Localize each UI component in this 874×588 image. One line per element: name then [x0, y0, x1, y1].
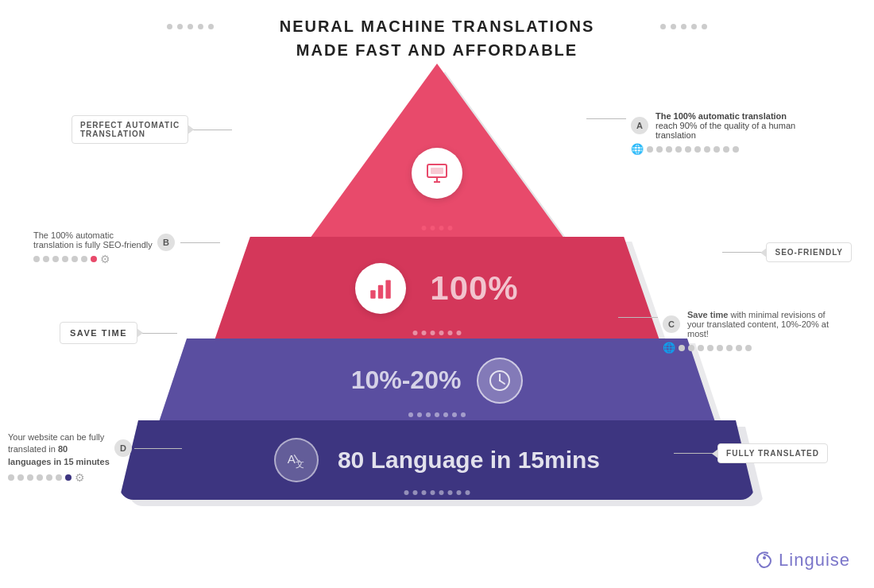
- dot: [72, 256, 78, 262]
- linguise-icon: [752, 547, 774, 574]
- dot: [707, 345, 714, 351]
- dot: [733, 146, 739, 153]
- title-dots-left: [167, 24, 214, 29]
- monitor-icon: [412, 148, 462, 199]
- gear-icon-b: ⚙: [100, 253, 110, 265]
- connector-seo: [722, 252, 766, 253]
- trap-mid-content: 100%: [215, 237, 659, 340]
- ann-dots-b: ⚙: [33, 253, 153, 265]
- tier2-percentage: 100%: [430, 269, 518, 308]
- connector-line: [188, 130, 232, 130]
- dot: [62, 256, 68, 262]
- badge-d: D: [114, 439, 132, 457]
- translate-icon: A 文: [274, 438, 319, 482]
- callout-seo-friendly: SEO-FRIENDLY: [722, 242, 852, 262]
- connector-savetime: [137, 333, 177, 334]
- dot: [91, 256, 97, 262]
- save-time-label: SAVE TIME: [70, 328, 127, 338]
- dot: [660, 24, 666, 29]
- dot: [422, 226, 427, 230]
- title-area: NEURAL MACHINE TRANSLATIONS MADE FAST AN…: [0, 0, 874, 62]
- svg-rect-5: [378, 285, 383, 299]
- dot: [43, 256, 49, 262]
- title-dots-right: [660, 24, 707, 29]
- dot: [666, 146, 672, 153]
- dot: [177, 24, 183, 29]
- dot: [698, 345, 704, 351]
- dot: [688, 345, 694, 351]
- annotation-b-text: The 100% automatic translation is fully …: [33, 230, 153, 250]
- linguise-logo-text: Linguise: [779, 550, 850, 571]
- dot: [8, 474, 14, 481]
- svg-rect-4: [371, 290, 376, 299]
- tier3-percentage: 10%-20%: [351, 366, 462, 395]
- dot: [647, 146, 653, 153]
- dot: [704, 146, 710, 153]
- ann-dots-c: 🌐: [663, 342, 830, 354]
- tier4-text: 80 Language in 15mins: [338, 447, 600, 474]
- annotation-c-title: Save time: [687, 310, 728, 319]
- dot: [431, 226, 435, 230]
- connector-c: [618, 317, 658, 318]
- ann-dots-d: ⚙: [8, 471, 111, 484]
- dot: [27, 474, 33, 481]
- callout-d: Your website can be fully translated in …: [8, 431, 182, 484]
- dot: [656, 146, 663, 153]
- dot: [736, 345, 742, 351]
- dot: [439, 226, 444, 230]
- callout-c: C Save time with minimal revisions of yo…: [618, 310, 830, 354]
- dot: [691, 24, 697, 29]
- pyramid-tier2: 100%: [215, 237, 659, 340]
- callout-a: A The 100% automatic translation reach 9…: [586, 111, 814, 155]
- tier1-dots: [422, 226, 453, 230]
- perfect-translation-label: PERFECT AUTOMATIC TRANSLATION: [72, 115, 188, 144]
- dot: [726, 345, 733, 351]
- fully-translated-label: FULLY TRANSLATED: [717, 443, 828, 463]
- dot: [679, 345, 685, 351]
- connector-line-a: [586, 118, 626, 119]
- dot: [167, 24, 172, 29]
- callout-fully-translated: FULLY TRANSLATED: [674, 443, 828, 463]
- ann-dots-a: 🌐: [631, 143, 814, 155]
- clock-icon: [477, 358, 523, 404]
- title-line2: MADE FAST AND AFFORDABLE: [0, 38, 874, 62]
- badge-a: A: [631, 117, 648, 134]
- callout-perfect: PERFECT AUTOMATIC TRANSLATION: [72, 115, 232, 144]
- connector-d: [134, 448, 182, 449]
- dot: [188, 24, 193, 29]
- dot: [694, 146, 701, 153]
- connector-line-b: [180, 242, 220, 243]
- dot: [52, 256, 59, 262]
- chart-icon: [355, 263, 406, 314]
- dot: [65, 474, 72, 481]
- svg-rect-6: [386, 280, 391, 298]
- globe-icon-c: 🌐: [663, 342, 675, 354]
- globe-icon-a: 🌐: [631, 143, 644, 155]
- callout-save-time: SAVE TIME: [60, 322, 177, 344]
- dot: [56, 474, 62, 481]
- svg-point-13: [763, 556, 766, 559]
- badge-c: C: [663, 315, 680, 333]
- pyramid-tier1: [310, 64, 564, 238]
- dot: [717, 345, 723, 351]
- dot: [46, 474, 52, 481]
- linguise-logo: Linguise: [752, 547, 850, 574]
- svg-text:A: A: [288, 452, 296, 466]
- dot: [685, 146, 691, 153]
- dot: [208, 24, 214, 29]
- seo-friendly-label: SEO-FRIENDLY: [766, 242, 852, 262]
- dot: [17, 474, 24, 481]
- svg-rect-3: [431, 168, 443, 174]
- annotation-a-text: The 100% automatic translation reach 90%…: [656, 111, 814, 140]
- title-line1: NEURAL MACHINE TRANSLATIONS: [0, 14, 874, 38]
- pyramid-tier4: A 文 80 Language in 15mins: [119, 420, 755, 500]
- dot: [681, 24, 686, 29]
- dot: [81, 256, 87, 262]
- badge-b: B: [157, 234, 175, 251]
- dot: [745, 345, 752, 351]
- dot: [448, 226, 453, 230]
- svg-line-9: [500, 381, 505, 384]
- bar-bottom-content: A 文 80 Language in 15mins: [119, 420, 755, 500]
- dot: [33, 256, 40, 262]
- dot: [714, 146, 720, 153]
